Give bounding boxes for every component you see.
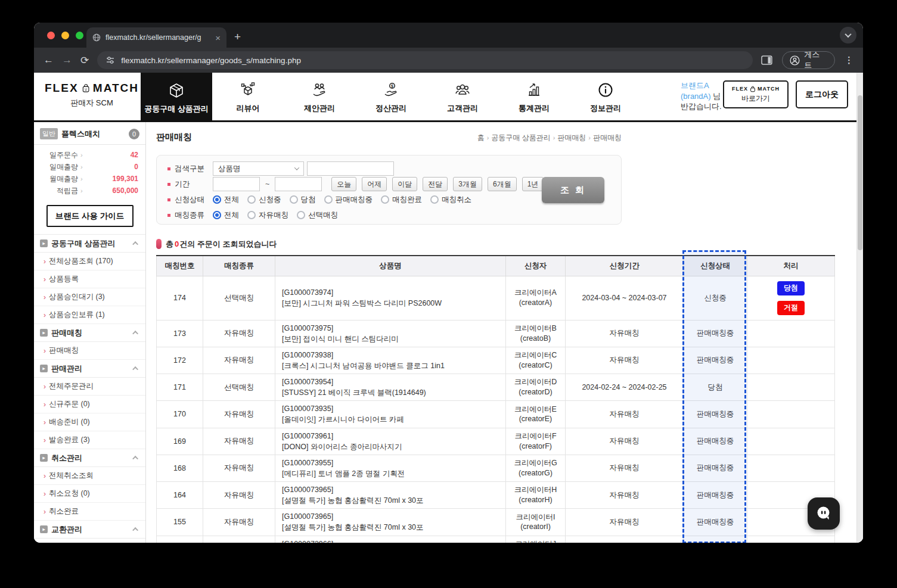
sidebar-section-header[interactable]: ▸ 판매매칭 [34, 324, 145, 342]
sidebar-menu-item[interactable]: › 전체상품조회 (170) [34, 253, 145, 270]
status-radio-option[interactable]: 당첨 [290, 195, 316, 205]
quick-range-button[interactable]: 오늘 [331, 177, 356, 191]
product-code: [G1000073974] [282, 287, 499, 298]
chevron-up-icon [132, 456, 138, 462]
nav-item-settlement[interactable]: $ 정산관리 [355, 73, 427, 120]
title-row: 판매매칭 홈›공동구매 상품관리›판매매칭›판매매칭 [156, 132, 622, 143]
stat-row[interactable]: 일주문수 › 42 [41, 149, 138, 161]
quick-range-button[interactable]: 전달 [423, 177, 448, 191]
date-to-input[interactable] [275, 177, 322, 191]
sidebar-menu-item[interactable]: › 발송완료 (3) [34, 431, 145, 449]
zoom-window-icon[interactable] [76, 32, 83, 39]
requester-name: 크리에이터D [508, 377, 563, 387]
nav-item-statistics[interactable]: 통계관리 [498, 73, 570, 120]
toolbar-right: 게스트 ⋮ [761, 51, 853, 69]
cell-requester: 크리에이터F (creatorF) [506, 428, 566, 455]
product-code: [G1000073954] [282, 377, 499, 387]
breadcrumb-home[interactable]: 홈 [477, 133, 485, 142]
status-radio-option[interactable]: 신청중 [247, 195, 281, 205]
nav-item-proposal[interactable]: 제안관리 [284, 73, 355, 120]
window-controls[interactable] [47, 32, 83, 39]
sidebar-section-header[interactable]: ▸ 공동구매 상품관리 [34, 235, 145, 253]
sidebar-menu-item[interactable]: › 판매매칭 [34, 342, 145, 360]
status-radio-option[interactable]: 판매매칭중 [324, 195, 373, 205]
cell-status: 판매매칭중 [684, 455, 747, 481]
reload-icon[interactable]: ⟳ [80, 54, 89, 67]
accept-button[interactable]: 당첨 [777, 281, 805, 295]
stat-row[interactable]: 월매출량 › 199,301 [41, 173, 138, 185]
profile-button[interactable]: 게스트 [782, 51, 835, 69]
table-row: 164 자유매칭 [G1000073965] [설명절 특가] 농협 홍삼활력진… [157, 482, 835, 509]
logout-button[interactable]: 로그아웃 [796, 80, 848, 108]
sidebar-menu-item[interactable]: › 상품승인보류 (1) [34, 306, 145, 324]
date-from-input[interactable] [213, 177, 260, 191]
flexmatch-shortcut-button[interactable]: FLEX MATCH 바로가기 [723, 80, 789, 108]
requester-name: 크리에이터J [508, 539, 563, 543]
menu-item-label: 전체취소조회 [49, 471, 94, 481]
nav-item-customers[interactable]: 고객관리 [427, 73, 498, 120]
sidebar-menu-item[interactable]: › 취소완료 [34, 503, 145, 521]
scrollbar-thumb[interactable] [858, 95, 862, 250]
sidebar-section-header[interactable]: ▸ 교환관리 [34, 521, 145, 539]
chevron-up-icon [132, 527, 138, 533]
site-logo[interactable]: FLEX MATCH 판매자 SCM [45, 81, 139, 108]
menu-item-label: 전체상품조회 (170) [49, 256, 113, 266]
match-type-radio-group: 전체 자유매칭 선택매칭 [213, 210, 346, 220]
forward-icon[interactable]: → [62, 54, 72, 66]
page-scrollbar[interactable] [856, 73, 863, 543]
keyword-input[interactable] [307, 161, 394, 176]
cell-period: 자유매칭 [566, 509, 684, 536]
search-submit-button[interactable]: 조 회 [542, 177, 604, 203]
search-type-select[interactable]: 상품명 [213, 161, 304, 176]
side-panel-icon[interactable] [761, 55, 772, 65]
sidebar-menu-item[interactable]: › 배송준비 (0) [34, 413, 145, 431]
sidebar-menu-item[interactable]: › 신규주문 (0) [34, 396, 145, 413]
sidebar-menu-item[interactable]: › 전체주문관리 [34, 378, 145, 396]
reject-button[interactable]: 거절 [777, 301, 805, 315]
nav-item-information[interactable]: 정보관리 [570, 73, 641, 120]
radio-icon [247, 195, 256, 204]
sidebar-section-header[interactable]: ▸ 판매관리 [34, 360, 145, 378]
alarm-count-badge[interactable]: 0 [129, 129, 139, 139]
stat-row[interactable]: 일매출량 › 0 [41, 161, 138, 173]
match-type-radio-option[interactable]: 자유매칭 [247, 210, 288, 220]
new-tab-icon[interactable]: + [234, 31, 241, 42]
sidebar-menu-item[interactable]: › 전체교환조회 [34, 539, 145, 543]
requester-name: 크리에이터A [508, 288, 563, 298]
nav-item-group-purchase-products[interactable]: 공동구매 상품관리 [141, 73, 212, 122]
match-type-radio-option[interactable]: 전체 [213, 210, 239, 220]
back-icon[interactable]: ← [44, 54, 54, 66]
status-radio-option[interactable]: 매칭취소 [430, 195, 471, 205]
quick-range-button[interactable]: 이달 [392, 177, 417, 191]
sidebar-menu-item[interactable]: › 상품승인대기 (3) [34, 288, 145, 306]
chat-fab-button[interactable] [808, 497, 840, 530]
brand-guide-button[interactable]: 브랜드 사용 가이드 [46, 205, 134, 227]
quick-range-button[interactable]: 6개월 [488, 177, 517, 191]
sidebar-section-header[interactable]: ▸ 취소관리 [34, 449, 145, 467]
match-type-radio-option[interactable]: 선택매칭 [297, 210, 338, 220]
breadcrumb-item[interactable]: 공동구매 상품관리 [491, 133, 550, 142]
quick-range-button[interactable]: 3개월 [453, 177, 482, 191]
sidebar-menu-item[interactable]: › 전체취소조회 [34, 467, 145, 485]
minimize-window-icon[interactable] [61, 32, 69, 39]
tab-search-button[interactable] [840, 27, 856, 43]
browser-tab[interactable]: flexmatch.kr/sellermanager/g × [86, 27, 226, 48]
quick-range-button[interactable]: 어제 [362, 177, 387, 191]
address-bar[interactable]: flexmatch.kr/sellermanager/goods_s/match… [97, 51, 753, 69]
sidebar-menu-item[interactable]: › 취소요청 (0) [34, 485, 145, 503]
url-text[interactable]: flexmatch.kr/sellermanager/goods_s/match… [121, 56, 301, 65]
tab-close-icon[interactable]: × [215, 33, 221, 42]
status-radio-option[interactable]: 매칭완료 [381, 195, 422, 205]
sidebar-menu-item[interactable]: › 상품등록 [34, 270, 145, 288]
chevron-right-icon: › [80, 151, 83, 158]
site-settings-icon[interactable] [105, 55, 115, 65]
requester-id: (creatoB) [508, 334, 563, 344]
browser-menu-icon[interactable]: ⋮ [845, 55, 853, 66]
quick-range-button[interactable]: 1년 [522, 177, 544, 191]
stat-row[interactable]: 적립금 › 650,000 [41, 185, 138, 197]
status-radio-option[interactable]: 전체 [213, 195, 239, 205]
nav-item-reviewer[interactable]: 리뷰어 [212, 73, 284, 120]
close-window-icon[interactable] [47, 32, 55, 39]
people-group-icon [452, 80, 473, 100]
breadcrumb-item[interactable]: 판매매칭 [557, 133, 586, 142]
